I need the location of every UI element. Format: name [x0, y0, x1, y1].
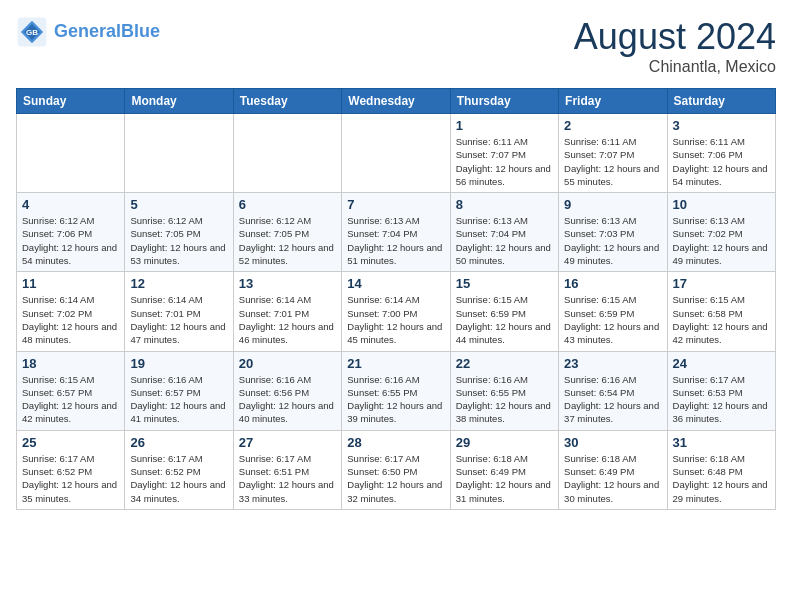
day-info: Sunrise: 6:11 AM Sunset: 7:06 PM Dayligh…: [673, 135, 770, 188]
day-info: Sunrise: 6:17 AM Sunset: 6:53 PM Dayligh…: [673, 373, 770, 426]
calendar-day-cell: 2Sunrise: 6:11 AM Sunset: 7:07 PM Daylig…: [559, 114, 667, 193]
day-info: Sunrise: 6:17 AM Sunset: 6:51 PM Dayligh…: [239, 452, 336, 505]
calendar-day-cell: [342, 114, 450, 193]
calendar-day-cell: 1Sunrise: 6:11 AM Sunset: 7:07 PM Daylig…: [450, 114, 558, 193]
day-info: Sunrise: 6:14 AM Sunset: 7:01 PM Dayligh…: [239, 293, 336, 346]
day-number: 2: [564, 118, 661, 133]
calendar-week-row: 18Sunrise: 6:15 AM Sunset: 6:57 PM Dayli…: [17, 351, 776, 430]
day-number: 17: [673, 276, 770, 291]
day-info: Sunrise: 6:11 AM Sunset: 7:07 PM Dayligh…: [456, 135, 553, 188]
logo-line1: General: [54, 21, 121, 41]
calendar-header-row: SundayMondayTuesdayWednesdayThursdayFrid…: [17, 89, 776, 114]
logo-text: GeneralBlue: [54, 22, 160, 42]
calendar-week-row: 11Sunrise: 6:14 AM Sunset: 7:02 PM Dayli…: [17, 272, 776, 351]
calendar-day-cell: 26Sunrise: 6:17 AM Sunset: 6:52 PM Dayli…: [125, 430, 233, 509]
day-info: Sunrise: 6:16 AM Sunset: 6:55 PM Dayligh…: [456, 373, 553, 426]
logo: GB GeneralBlue: [16, 16, 160, 48]
day-info: Sunrise: 6:12 AM Sunset: 7:05 PM Dayligh…: [239, 214, 336, 267]
calendar-week-row: 1Sunrise: 6:11 AM Sunset: 7:07 PM Daylig…: [17, 114, 776, 193]
calendar-table: SundayMondayTuesdayWednesdayThursdayFrid…: [16, 88, 776, 510]
day-info: Sunrise: 6:13 AM Sunset: 7:04 PM Dayligh…: [456, 214, 553, 267]
day-info: Sunrise: 6:13 AM Sunset: 7:04 PM Dayligh…: [347, 214, 444, 267]
day-header: Tuesday: [233, 89, 341, 114]
calendar-day-cell: 16Sunrise: 6:15 AM Sunset: 6:59 PM Dayli…: [559, 272, 667, 351]
day-number: 3: [673, 118, 770, 133]
calendar-day-cell: 4Sunrise: 6:12 AM Sunset: 7:06 PM Daylig…: [17, 193, 125, 272]
calendar-day-cell: 3Sunrise: 6:11 AM Sunset: 7:06 PM Daylig…: [667, 114, 775, 193]
logo-icon: GB: [16, 16, 48, 48]
calendar-day-cell: 9Sunrise: 6:13 AM Sunset: 7:03 PM Daylig…: [559, 193, 667, 272]
calendar-day-cell: 22Sunrise: 6:16 AM Sunset: 6:55 PM Dayli…: [450, 351, 558, 430]
day-info: Sunrise: 6:17 AM Sunset: 6:52 PM Dayligh…: [22, 452, 119, 505]
calendar-day-cell: 20Sunrise: 6:16 AM Sunset: 6:56 PM Dayli…: [233, 351, 341, 430]
calendar-day-cell: 18Sunrise: 6:15 AM Sunset: 6:57 PM Dayli…: [17, 351, 125, 430]
calendar-day-cell: [233, 114, 341, 193]
day-number: 25: [22, 435, 119, 450]
calendar-day-cell: [17, 114, 125, 193]
day-info: Sunrise: 6:17 AM Sunset: 6:52 PM Dayligh…: [130, 452, 227, 505]
day-info: Sunrise: 6:16 AM Sunset: 6:56 PM Dayligh…: [239, 373, 336, 426]
calendar-day-cell: 6Sunrise: 6:12 AM Sunset: 7:05 PM Daylig…: [233, 193, 341, 272]
day-number: 29: [456, 435, 553, 450]
calendar-day-cell: 13Sunrise: 6:14 AM Sunset: 7:01 PM Dayli…: [233, 272, 341, 351]
day-info: Sunrise: 6:14 AM Sunset: 7:02 PM Dayligh…: [22, 293, 119, 346]
calendar-day-cell: 8Sunrise: 6:13 AM Sunset: 7:04 PM Daylig…: [450, 193, 558, 272]
day-number: 11: [22, 276, 119, 291]
day-header: Thursday: [450, 89, 558, 114]
day-number: 21: [347, 356, 444, 371]
day-info: Sunrise: 6:14 AM Sunset: 7:00 PM Dayligh…: [347, 293, 444, 346]
day-number: 22: [456, 356, 553, 371]
day-number: 15: [456, 276, 553, 291]
day-info: Sunrise: 6:11 AM Sunset: 7:07 PM Dayligh…: [564, 135, 661, 188]
day-number: 14: [347, 276, 444, 291]
day-number: 6: [239, 197, 336, 212]
calendar-day-cell: 12Sunrise: 6:14 AM Sunset: 7:01 PM Dayli…: [125, 272, 233, 351]
day-info: Sunrise: 6:18 AM Sunset: 6:49 PM Dayligh…: [456, 452, 553, 505]
calendar-day-cell: 23Sunrise: 6:16 AM Sunset: 6:54 PM Dayli…: [559, 351, 667, 430]
day-info: Sunrise: 6:16 AM Sunset: 6:57 PM Dayligh…: [130, 373, 227, 426]
calendar-day-cell: 25Sunrise: 6:17 AM Sunset: 6:52 PM Dayli…: [17, 430, 125, 509]
calendar-day-cell: 5Sunrise: 6:12 AM Sunset: 7:05 PM Daylig…: [125, 193, 233, 272]
calendar-day-cell: 27Sunrise: 6:17 AM Sunset: 6:51 PM Dayli…: [233, 430, 341, 509]
day-number: 24: [673, 356, 770, 371]
day-number: 28: [347, 435, 444, 450]
day-number: 4: [22, 197, 119, 212]
day-info: Sunrise: 6:14 AM Sunset: 7:01 PM Dayligh…: [130, 293, 227, 346]
day-number: 18: [22, 356, 119, 371]
day-number: 5: [130, 197, 227, 212]
calendar-day-cell: 11Sunrise: 6:14 AM Sunset: 7:02 PM Dayli…: [17, 272, 125, 351]
calendar-day-cell: 29Sunrise: 6:18 AM Sunset: 6:49 PM Dayli…: [450, 430, 558, 509]
day-number: 20: [239, 356, 336, 371]
day-number: 31: [673, 435, 770, 450]
day-number: 27: [239, 435, 336, 450]
calendar-day-cell: 7Sunrise: 6:13 AM Sunset: 7:04 PM Daylig…: [342, 193, 450, 272]
calendar-day-cell: 19Sunrise: 6:16 AM Sunset: 6:57 PM Dayli…: [125, 351, 233, 430]
day-info: Sunrise: 6:13 AM Sunset: 7:03 PM Dayligh…: [564, 214, 661, 267]
day-number: 7: [347, 197, 444, 212]
day-info: Sunrise: 6:15 AM Sunset: 6:59 PM Dayligh…: [564, 293, 661, 346]
page-header: GB GeneralBlue August 2024 Chinantla, Me…: [16, 16, 776, 76]
calendar-day-cell: 24Sunrise: 6:17 AM Sunset: 6:53 PM Dayli…: [667, 351, 775, 430]
day-header: Wednesday: [342, 89, 450, 114]
day-info: Sunrise: 6:12 AM Sunset: 7:06 PM Dayligh…: [22, 214, 119, 267]
calendar-day-cell: [125, 114, 233, 193]
title-block: August 2024 Chinantla, Mexico: [574, 16, 776, 76]
day-info: Sunrise: 6:17 AM Sunset: 6:50 PM Dayligh…: [347, 452, 444, 505]
day-info: Sunrise: 6:16 AM Sunset: 6:55 PM Dayligh…: [347, 373, 444, 426]
day-number: 12: [130, 276, 227, 291]
day-number: 13: [239, 276, 336, 291]
day-number: 26: [130, 435, 227, 450]
day-number: 9: [564, 197, 661, 212]
day-number: 30: [564, 435, 661, 450]
day-number: 19: [130, 356, 227, 371]
day-header: Sunday: [17, 89, 125, 114]
day-info: Sunrise: 6:16 AM Sunset: 6:54 PM Dayligh…: [564, 373, 661, 426]
calendar-day-cell: 17Sunrise: 6:15 AM Sunset: 6:58 PM Dayli…: [667, 272, 775, 351]
day-number: 23: [564, 356, 661, 371]
calendar-day-cell: 31Sunrise: 6:18 AM Sunset: 6:48 PM Dayli…: [667, 430, 775, 509]
day-info: Sunrise: 6:18 AM Sunset: 6:49 PM Dayligh…: [564, 452, 661, 505]
logo-line2: Blue: [121, 21, 160, 41]
day-header: Monday: [125, 89, 233, 114]
day-info: Sunrise: 6:18 AM Sunset: 6:48 PM Dayligh…: [673, 452, 770, 505]
svg-text:GB: GB: [26, 28, 38, 37]
